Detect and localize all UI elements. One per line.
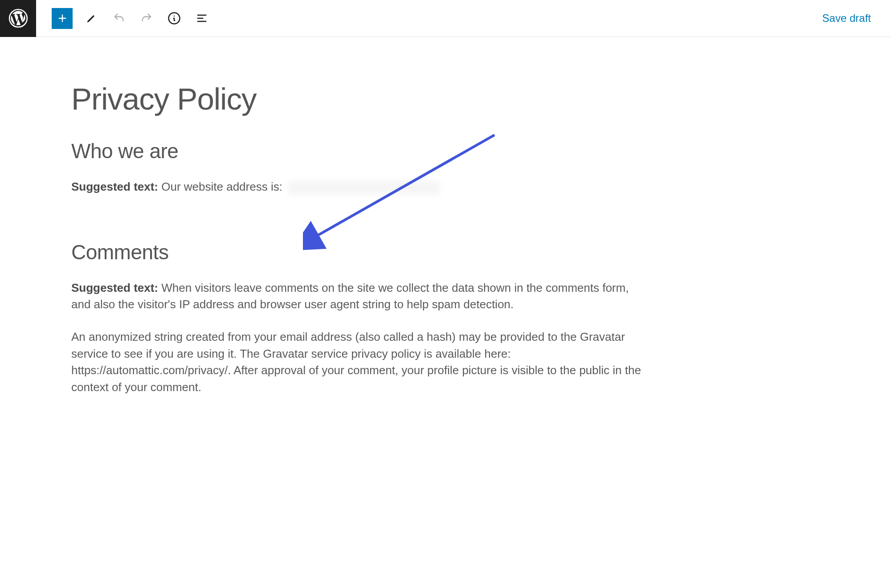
undo-button[interactable] [110, 9, 128, 27]
suggested-text-label: Suggested text: [71, 180, 158, 193]
who-we-are-body: Our website address is: [158, 180, 282, 193]
comments-paragraph-2[interactable]: An anonymized string created from your e… [71, 329, 642, 396]
editor-top-bar: Save draft [0, 0, 891, 37]
editor-content-area[interactable]: Privacy Policy Who we are Suggested text… [0, 37, 713, 396]
pencil-icon [85, 12, 98, 24]
redo-icon [140, 12, 153, 24]
plus-icon [56, 12, 69, 24]
add-block-button[interactable] [52, 8, 73, 29]
suggested-text-label: Suggested text: [71, 281, 158, 294]
top-right-actions: Save draft [822, 12, 891, 24]
wordpress-logo-button[interactable] [0, 0, 36, 37]
section-heading-who-we-are[interactable]: Who we are [71, 139, 642, 163]
who-we-are-suggested-text[interactable]: Suggested text: Our website address is: [71, 179, 642, 196]
comments-suggested-text[interactable]: Suggested text: When visitors leave comm… [71, 280, 642, 313]
edit-mode-button[interactable] [82, 9, 100, 27]
redo-button[interactable] [138, 9, 155, 27]
undo-icon [113, 12, 125, 24]
wordpress-icon [8, 8, 28, 28]
page-title[interactable]: Privacy Policy [71, 82, 642, 117]
save-draft-button[interactable]: Save draft [822, 12, 871, 24]
info-icon [168, 12, 181, 25]
editor-toolbar [36, 8, 822, 29]
redacted-website-address [288, 181, 440, 194]
outline-button[interactable] [193, 9, 211, 27]
info-button[interactable] [165, 9, 183, 27]
section-heading-comments[interactable]: Comments [71, 240, 642, 264]
list-outline-icon [196, 12, 208, 24]
